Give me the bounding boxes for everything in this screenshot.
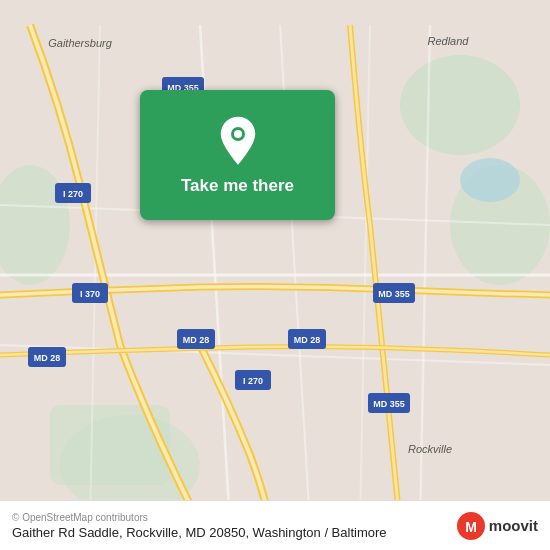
moovit-brand-icon: M bbox=[457, 512, 485, 540]
svg-point-6 bbox=[460, 158, 520, 202]
take-me-there-label: Take me there bbox=[181, 176, 294, 196]
map-svg: I 270 I 370 I 370 MD 355 MD 355 MD 355 M… bbox=[0, 0, 550, 550]
svg-text:I 370: I 370 bbox=[80, 289, 100, 299]
svg-text:M: M bbox=[465, 519, 477, 535]
svg-text:MD 355: MD 355 bbox=[378, 289, 410, 299]
svg-text:MD 28: MD 28 bbox=[183, 335, 210, 345]
svg-point-39 bbox=[234, 130, 242, 138]
svg-text:I 270: I 270 bbox=[243, 376, 263, 386]
svg-text:MD 28: MD 28 bbox=[294, 335, 321, 345]
map-container: I 270 I 370 I 370 MD 355 MD 355 MD 355 M… bbox=[0, 0, 550, 550]
svg-text:MD 28: MD 28 bbox=[34, 353, 61, 363]
moovit-logo[interactable]: M moovit bbox=[457, 512, 538, 540]
copyright-text: © OpenStreetMap contributors bbox=[12, 512, 387, 523]
svg-text:Gaithersburg: Gaithersburg bbox=[48, 37, 112, 49]
location-pin-icon bbox=[216, 114, 260, 168]
bottom-bar: © OpenStreetMap contributors Gaither Rd … bbox=[0, 500, 550, 550]
bottom-left: © OpenStreetMap contributors Gaither Rd … bbox=[12, 512, 387, 540]
take-me-there-button[interactable]: Take me there bbox=[140, 90, 335, 220]
moovit-text: moovit bbox=[489, 517, 538, 534]
svg-text:MD 355: MD 355 bbox=[373, 399, 405, 409]
svg-text:Redland: Redland bbox=[428, 35, 470, 47]
svg-text:Rockville: Rockville bbox=[408, 443, 452, 455]
svg-point-1 bbox=[400, 55, 520, 155]
address-text: Gaither Rd Saddle, Rockville, MD 20850, … bbox=[12, 525, 387, 540]
svg-text:I 270: I 270 bbox=[63, 189, 83, 199]
